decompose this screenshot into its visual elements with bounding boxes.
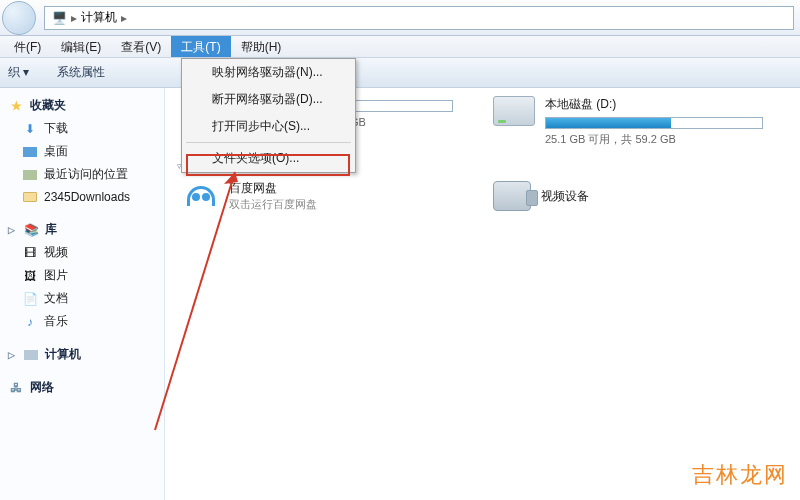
sidebar-item-desktop[interactable]: 桌面 — [0, 140, 164, 163]
toolbar-organize[interactable]: 织 ▾ — [8, 64, 29, 81]
download-icon: ⬇ — [22, 121, 38, 137]
sidebar: ★ 收藏夹 ⬇ 下载 桌面 最近访问的位置 2345Downloads ▷ — [0, 88, 165, 500]
sidebar-computer-label: 计算机 — [45, 346, 81, 363]
drive-d[interactable]: 本地磁盘 (D:) 25.1 GB 可用，共 59.2 GB — [493, 96, 763, 147]
titlebar: 🖥️ ▸ 计算机 ▸ — [0, 0, 800, 36]
menu-disconnect-network-drive[interactable]: 断开网络驱动器(D)... — [182, 86, 355, 113]
sidebar-item-label: 最近访问的位置 — [44, 166, 128, 183]
music-icon: ♪ — [22, 314, 38, 330]
sidebar-item-recent[interactable]: 最近访问的位置 — [0, 163, 164, 186]
sidebar-item-label: 图片 — [44, 267, 68, 284]
sidebar-item-pictures[interactable]: 🖼 图片 — [0, 264, 164, 287]
menu-folder-options[interactable]: 文件夹选项(O)... — [182, 145, 355, 172]
sidebar-network[interactable]: 🖧 网络 — [0, 376, 164, 399]
menu-open-sync-center[interactable]: 打开同步中心(S)... — [182, 113, 355, 140]
recent-icon — [22, 167, 38, 183]
sidebar-item-label: 音乐 — [44, 313, 68, 330]
item-video-device[interactable]: 视频设备 — [493, 178, 763, 214]
sidebar-computer[interactable]: ▷ 计算机 — [0, 343, 164, 366]
computer-icon: 🖥️ — [51, 10, 67, 26]
document-icon: 📄 — [22, 291, 38, 307]
sidebar-favorites[interactable]: ★ 收藏夹 — [0, 94, 164, 117]
sidebar-network-label: 网络 — [30, 379, 54, 396]
drive-free-text: 25.1 GB 可用，共 59.2 GB — [545, 132, 763, 147]
menu-view[interactable]: 查看(V) — [111, 36, 171, 57]
expand-icon: ▷ — [8, 350, 15, 360]
item-title: 视频设备 — [541, 188, 589, 205]
computer-icon — [23, 347, 39, 363]
item-title: 百度网盘 — [229, 180, 317, 197]
expand-icon: ▷ — [8, 225, 15, 235]
item-subtitle: 双击运行百度网盘 — [229, 197, 317, 212]
main-area: ★ 收藏夹 ⬇ 下载 桌面 最近访问的位置 2345Downloads ▷ — [0, 88, 800, 500]
sidebar-item-2345downloads[interactable]: 2345Downloads — [0, 186, 164, 208]
sidebar-item-label: 文档 — [44, 290, 68, 307]
camera-icon — [493, 181, 531, 211]
drive-title: 本地磁盘 (D:) — [545, 96, 763, 113]
breadcrumb-sep: ▸ — [121, 11, 127, 25]
sidebar-item-documents[interactable]: 📄 文档 — [0, 287, 164, 310]
address-bar[interactable]: 🖥️ ▸ 计算机 ▸ — [44, 6, 794, 30]
video-icon: 🎞 — [22, 245, 38, 261]
back-button[interactable] — [2, 1, 36, 35]
toolbar: 织 ▾ 系统属性 打开控制面板 — [0, 58, 800, 88]
menu-tools[interactable]: 工具(T) — [171, 36, 230, 57]
sidebar-item-label: 2345Downloads — [44, 190, 130, 204]
menu-file[interactable]: 件(F) — [4, 36, 51, 57]
tools-dropdown: 映射网络驱动器(N)... 断开网络驱动器(D)... 打开同步中心(S)...… — [181, 58, 356, 173]
menu-separator — [186, 142, 351, 143]
picture-icon: 🖼 — [22, 268, 38, 284]
sidebar-libraries[interactable]: ▷ 📚 库 — [0, 218, 164, 241]
network-icon: 🖧 — [8, 380, 24, 396]
sidebar-item-label: 下载 — [44, 120, 68, 137]
desktop-icon — [22, 144, 38, 160]
breadcrumb-location[interactable]: 计算机 — [81, 9, 117, 26]
baidu-icon — [183, 178, 219, 214]
menu-map-network-drive[interactable]: 映射网络驱动器(N)... — [182, 59, 355, 86]
drive-usage-bar — [545, 117, 763, 129]
breadcrumb-sep: ▸ — [71, 11, 77, 25]
folder-icon — [22, 189, 38, 205]
sidebar-libraries-label: 库 — [45, 221, 57, 238]
menu-edit[interactable]: 编辑(E) — [51, 36, 111, 57]
sidebar-item-music[interactable]: ♪ 音乐 — [0, 310, 164, 333]
toolbar-system-properties[interactable]: 系统属性 — [57, 64, 105, 81]
sidebar-favorites-label: 收藏夹 — [30, 97, 66, 114]
star-icon: ★ — [8, 98, 24, 114]
sidebar-item-videos[interactable]: 🎞 视频 — [0, 241, 164, 264]
library-icon: 📚 — [23, 222, 39, 238]
sidebar-item-downloads[interactable]: ⬇ 下载 — [0, 117, 164, 140]
watermark: 吉林龙网 — [692, 460, 788, 490]
item-baidu-netdisk[interactable]: 百度网盘 双击运行百度网盘 — [183, 178, 453, 214]
menu-help[interactable]: 帮助(H) — [231, 36, 292, 57]
drive-icon — [493, 96, 535, 126]
menu-bar: 件(F) 编辑(E) 查看(V) 工具(T) 帮助(H) — [0, 36, 800, 58]
sidebar-item-label: 视频 — [44, 244, 68, 261]
sidebar-item-label: 桌面 — [44, 143, 68, 160]
